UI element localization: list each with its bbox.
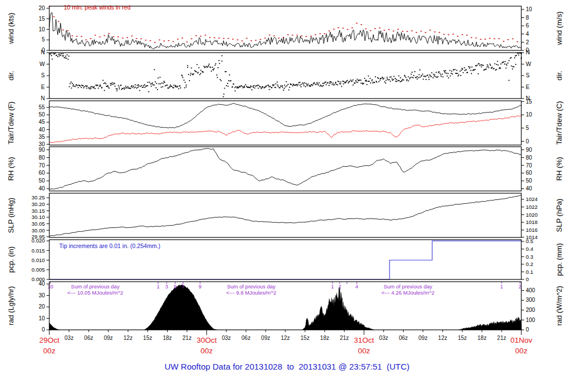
svg-text:90: 90 xyxy=(39,147,45,153)
svg-text:20: 20 xyxy=(39,304,45,310)
pcp-right-axis-label: pcp. (mm) xyxy=(555,243,563,276)
svg-text:10: 10 xyxy=(526,6,533,12)
svg-text:Sum of previous day: Sum of previous day xyxy=(71,283,120,290)
svg-text:0.2: 0.2 xyxy=(526,261,533,267)
svg-text:10: 10 xyxy=(526,111,533,118)
svg-text:30.15: 30.15 xyxy=(31,208,45,214)
svg-text:5: 5 xyxy=(41,36,45,43)
x-minor-label: 03z xyxy=(379,335,388,341)
x-minor-label: 06z xyxy=(399,335,408,341)
tair-right-ticks: 051015 xyxy=(521,99,533,144)
rh-series-rh xyxy=(49,148,521,189)
svg-text:W: W xyxy=(40,61,45,67)
svg-text:50: 50 xyxy=(39,178,45,184)
x-major-hour-label: 00z xyxy=(43,347,55,355)
x-minor-label: 15z xyxy=(300,335,309,341)
rad-mj-marker-label: 9 xyxy=(198,283,201,290)
svg-text:1018: 1018 xyxy=(526,219,538,225)
wind-plot-area xyxy=(49,6,521,50)
rad-right-ticks: 0100200300400 xyxy=(521,287,535,333)
svg-text:2: 2 xyxy=(526,39,529,45)
x-minor-label: 18z xyxy=(478,335,487,341)
x-minor-label: 12z xyxy=(123,335,132,341)
rad-mj-marker-label: 1 xyxy=(331,283,334,290)
svg-text:0.1: 0.1 xyxy=(526,269,533,275)
svg-text:30.00: 30.00 xyxy=(31,227,45,234)
svg-text:4: 4 xyxy=(526,31,529,37)
x-minor-label: 03z xyxy=(64,335,73,341)
slp-right-axis-label: SLP (hPa) xyxy=(555,199,563,232)
svg-text:S: S xyxy=(526,72,530,78)
svg-text:1024: 1024 xyxy=(526,196,538,202)
svg-text:5: 5 xyxy=(526,125,529,131)
svg-text:50: 50 xyxy=(39,111,45,118)
svg-text:20: 20 xyxy=(39,5,45,11)
wind-panel: 051015200246810wind (kts)wind (m/s)10 mi… xyxy=(7,4,563,53)
svg-text:0.015: 0.015 xyxy=(31,248,45,254)
svg-text:70: 70 xyxy=(39,162,45,169)
pcp-left-ticks: 0.0000.0050.0100.0150.020 xyxy=(31,237,49,282)
svg-text:<--- 4.26 MJoules/m^2: <--- 4.26 MJoules/m^2 xyxy=(381,290,434,296)
slp-panel: 29.9530.0030.0530.1030.1530.2030.2510141… xyxy=(7,193,563,240)
svg-text:10: 10 xyxy=(39,26,45,32)
wind-left-axis-label: wind (kts) xyxy=(7,13,15,45)
svg-text:40: 40 xyxy=(39,127,45,133)
rad-mj-marker-label: 7 xyxy=(182,283,184,290)
tair-panel: 303540455055051015Tair/Tdew (F)Tair/Tdew… xyxy=(7,99,563,147)
svg-text:40: 40 xyxy=(39,185,45,192)
x-minor-label: 21z xyxy=(497,335,506,341)
svg-text:70: 70 xyxy=(526,162,533,169)
dir-scatter xyxy=(49,53,522,97)
x-minor-label: 12z xyxy=(281,335,290,341)
rad-area-segment-3 xyxy=(459,317,521,330)
svg-text:60: 60 xyxy=(526,170,533,176)
rad-area-segment-2 xyxy=(302,287,374,330)
svg-text:30.10: 30.10 xyxy=(31,214,45,220)
rad-area-segment-0 xyxy=(49,323,59,330)
svg-text:0.4: 0.4 xyxy=(526,246,533,252)
svg-text:0: 0 xyxy=(526,276,529,282)
x-minor-label: 06z xyxy=(84,335,93,341)
svg-text:0: 0 xyxy=(526,326,529,333)
rad-sum-annotation-0: Sum of previous day<--- 10.05 MJoules/m^… xyxy=(67,283,123,296)
rh-left-axis-label: RH (%) xyxy=(7,157,15,181)
x-minor-label: 09z xyxy=(104,335,113,341)
pcp-panel: 0.0000.0050.0100.0150.02000.10.20.30.40.… xyxy=(7,237,563,282)
svg-text:400: 400 xyxy=(526,287,535,293)
svg-text:0.020: 0.020 xyxy=(31,237,45,244)
svg-text:80: 80 xyxy=(39,155,45,161)
svg-text:100: 100 xyxy=(526,317,535,323)
svg-text:N: N xyxy=(41,49,45,55)
rh-panel: 405060708090405060708090RH (%)RH (%) xyxy=(7,147,563,192)
tair-series-tair xyxy=(49,104,521,128)
svg-text:40: 40 xyxy=(39,281,45,287)
uw-rooftop-weather-figure: 051015200246810wind (kts)wind (m/s)10 mi… xyxy=(0,0,574,392)
pcp-right-ticks: 00.10.20.30.40.5 xyxy=(521,238,533,282)
wind-series-avg xyxy=(49,13,521,49)
x-minor-label: 06z xyxy=(242,335,251,341)
wind-left-ticks: 05101520 xyxy=(39,5,49,53)
slp-plot-area xyxy=(49,193,521,237)
x-axis: 03z06z09z12z15z18z21z03z06z09z12z15z18z2… xyxy=(39,330,533,355)
svg-text:0.5: 0.5 xyxy=(526,238,533,244)
rad-sum-annotation-1: Sum of previous day<--- 9.8 MJoules/m^2 xyxy=(226,283,276,296)
svg-text:6: 6 xyxy=(526,22,529,29)
rad-mj-marker-label: 1 xyxy=(500,283,503,290)
slp-right-ticks: 101410161018102010221024 xyxy=(521,196,538,240)
x-minor-label: 09z xyxy=(419,335,428,341)
wind-peak-dots xyxy=(49,6,519,43)
pcp-annotation-0: Tip increments are 0.01 in. (0.254mm.) xyxy=(59,242,161,249)
x-minor-label: 18z xyxy=(163,335,172,341)
svg-text:<--- 9.8 MJoules/m^2: <--- 9.8 MJoules/m^2 xyxy=(226,290,276,296)
slp-left-axis-label: SLP (inHg) xyxy=(7,198,15,233)
svg-text:10: 10 xyxy=(39,315,45,321)
x-major-date-label: 29Oct xyxy=(39,336,59,344)
svg-text:30.20: 30.20 xyxy=(31,201,45,207)
rad-mj-marker-label: 10 xyxy=(47,283,53,290)
svg-text:90: 90 xyxy=(526,147,533,153)
svg-text:<--- 10.05 MJoules/m^2: <--- 10.05 MJoules/m^2 xyxy=(67,290,123,296)
svg-text:E: E xyxy=(41,84,45,90)
svg-text:0.010: 0.010 xyxy=(31,257,45,263)
svg-text:0.3: 0.3 xyxy=(526,254,533,260)
svg-text:1022: 1022 xyxy=(526,204,538,210)
